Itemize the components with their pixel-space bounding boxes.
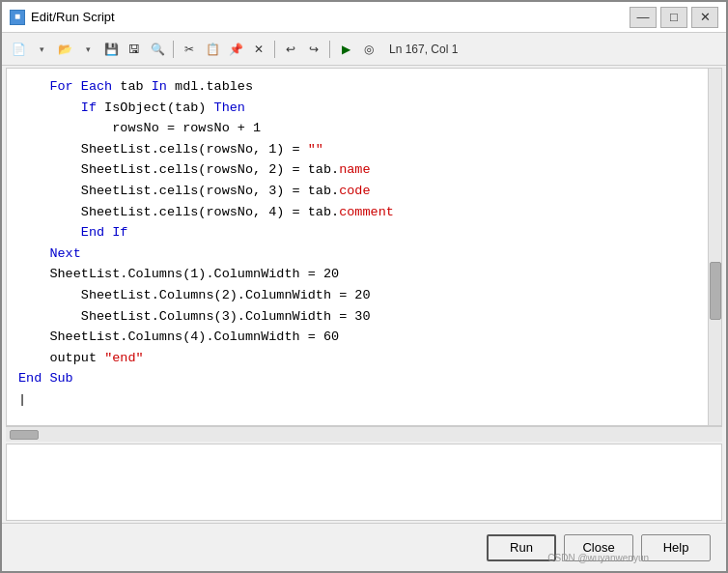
copy-button[interactable]: 📋 [202,39,223,60]
code-line: SheetList.cells(rowsNo, 4) = tab.comment [18,202,696,223]
code-line: rowsNo = rowsNo + 1 [18,118,696,139]
scrollbar-thumb-v[interactable] [710,262,721,320]
scrollbar-thumb-h[interactable] [10,430,39,440]
code-line: SheetList.Columns(3).ColumnWidth = 30 [18,306,696,328]
cursor-position: Ln 167, Col 1 [389,43,458,56]
separator-2 [274,41,275,58]
saveas-button[interactable]: 🖫 [124,39,145,60]
open-button[interactable]: 📂 [54,39,75,60]
code-line: SheetList.cells(rowsNo, 2) = tab.name [18,159,696,181]
find-button[interactable]: 🔍 [147,39,168,60]
title-bar: ■ Edit/Run Script — □ ✕ [2,2,726,33]
horizontal-scrollbar[interactable] [6,426,722,442]
window-icon-symbol: ■ [14,12,20,22]
window-title: Edit/Run Script [31,10,115,24]
watermark: CSDN @wuyanwenyun [547,553,649,563]
code-line: SheetList.cells(rowsNo, 1) = "" [18,139,696,160]
code-line: output "end" [18,348,696,369]
window-icon: ■ [10,10,25,25]
code-line: SheetList.Columns(4).ColumnWidth = 60 [18,327,696,348]
code-line[interactable] [18,389,696,411]
debug-button[interactable]: ◎ [358,39,379,60]
title-controls: — □ ✕ [630,7,718,28]
save-button[interactable]: 💾 [100,39,122,60]
output-area [6,444,722,521]
code-line: SheetList.cells(rowsNo, 3) = tab.code [18,181,696,202]
new-button[interactable]: 📄 [8,39,29,60]
code-line: End Sub [18,368,696,389]
code-line: SheetList.Columns(1).ColumnWidth = 20 [18,264,696,285]
open-dropdown[interactable]: ▾ [77,39,98,60]
undo-button[interactable]: ↩ [280,39,301,60]
run-button[interactable]: ▶ [335,39,356,60]
separator-3 [329,41,330,58]
maximize-button[interactable]: □ [660,7,687,28]
run-script-button[interactable]: Run [487,534,556,561]
separator-1 [173,41,174,58]
close-window-button[interactable]: ✕ [691,7,718,28]
code-editor[interactable]: For Each tab In mdl.tables If IsObject(t… [6,68,722,426]
minimize-button[interactable]: — [630,7,657,28]
code-line: SheetList.Columns(2).ColumnWidth = 20 [18,285,696,306]
code-line: For Each tab In mdl.tables [18,76,696,98]
redo-button[interactable]: ↪ [303,39,324,60]
code-line: End If [18,222,696,244]
help-button[interactable]: Help [641,534,711,561]
code-line: If IsObject(tab) Then [18,98,696,119]
toolbar: 📄 ▾ 📂 ▾ 💾 🖫 🔍 ✂ 📋 📌 ✕ ↩ ↪ ▶ ◎ Ln 167, Co… [2,33,726,66]
bottom-bar: Run Close Help CSDN @wuyanwenyun [2,523,726,571]
code-content[interactable]: For Each tab In mdl.tables If IsObject(t… [7,69,708,425]
cut-button[interactable]: ✂ [179,39,200,60]
paste-button[interactable]: 📌 [225,39,246,60]
main-window: ■ Edit/Run Script — □ ✕ 📄 ▾ 📂 ▾ 💾 🖫 🔍 ✂ … [0,0,728,573]
title-bar-left: ■ Edit/Run Script [10,10,115,25]
delete-button[interactable]: ✕ [248,39,269,60]
code-line: Next [18,244,696,265]
vertical-scrollbar[interactable] [708,69,721,425]
new-dropdown[interactable]: ▾ [31,39,52,60]
